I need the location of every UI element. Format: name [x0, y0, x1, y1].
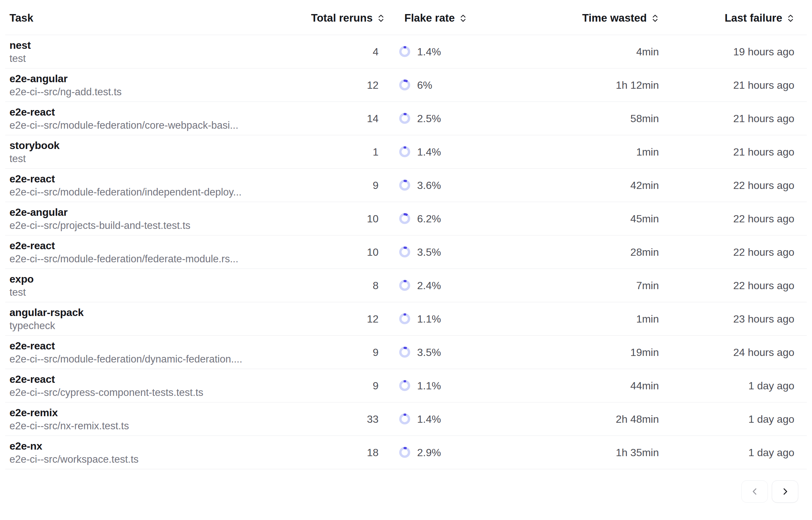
table-row[interactable]: expo test 8 2.4% 7min 22 hours ago [5, 269, 807, 302]
flake-rate-cell: 2.5% [399, 112, 441, 125]
column-header-total-reruns[interactable]: Total reruns [311, 12, 385, 24]
flake-rate-donut-icon [399, 113, 410, 124]
total-reruns-value: 9 [373, 179, 379, 191]
sort-icon [459, 14, 467, 23]
last-failure-value: 22 hours ago [733, 179, 794, 191]
table-row[interactable]: e2e-react e2e-ci--src/module-federation/… [5, 235, 807, 269]
task-target: e2e-ci--src/workspace.test.ts [9, 453, 139, 466]
next-page-button[interactable] [772, 480, 798, 503]
previous-page-button[interactable] [741, 480, 768, 503]
table-row[interactable]: e2e-remix e2e-ci--src/nx-remix.test.ts 3… [5, 402, 807, 436]
time-wasted-value: 1min [636, 313, 659, 325]
task-target: test [9, 52, 31, 65]
task-target: e2e-ci--src/cypress-component-tests.test… [9, 386, 203, 399]
table-row[interactable]: e2e-react e2e-ci--src/module-federation/… [5, 336, 807, 369]
task-target: e2e-ci--src/module-federation/federate-m… [9, 253, 239, 265]
flake-rate-cell: 1.1% [399, 313, 441, 325]
task-name: e2e-angular [9, 205, 190, 219]
last-failure-value: 22 hours ago [733, 246, 794, 258]
column-header-task: Task [9, 12, 33, 24]
total-reruns-value: 1 [373, 146, 379, 158]
task-cell: e2e-react e2e-ci--src/module-federation/… [9, 172, 242, 199]
last-failure-value: 21 hours ago [733, 146, 794, 158]
flake-rate-cell: 2.9% [399, 446, 441, 459]
last-failure-value: 22 hours ago [733, 212, 794, 225]
table-row[interactable]: e2e-angular e2e-ci--src/projects-build-a… [5, 202, 807, 235]
task-cell: e2e-remix e2e-ci--src/nx-remix.test.ts [9, 406, 129, 433]
flake-rate-cell: 2.4% [399, 279, 441, 291]
time-wasted-value: 44min [631, 380, 659, 392]
last-failure-value: 22 hours ago [733, 279, 794, 291]
total-reruns-value: 18 [367, 446, 379, 459]
flake-rate-cell: 6% [399, 79, 432, 91]
task-target: typecheck [9, 319, 84, 332]
total-reruns-value: 33 [367, 413, 379, 425]
flake-rate-cell: 1.1% [399, 380, 441, 392]
column-header-last-failure[interactable]: Last failure [725, 12, 794, 24]
flake-rate-cell: 6.2% [399, 212, 441, 225]
task-cell: e2e-react e2e-ci--src/module-federation/… [9, 339, 243, 366]
column-header-flake-rate[interactable]: Flake rate [404, 12, 467, 24]
table-row[interactable]: storybook test 1 1.4% 1min 21 hours ago [5, 135, 807, 168]
flake-rate-value: 2.9% [417, 446, 441, 459]
task-name: expo [9, 272, 34, 286]
flake-rate-value: 1.4% [417, 146, 441, 158]
last-failure-value: 1 day ago [748, 446, 794, 459]
flake-rate-donut-icon [399, 414, 410, 425]
total-reruns-value: 10 [367, 246, 379, 258]
time-wasted-value: 28min [631, 246, 659, 258]
chevron-left-icon [750, 487, 759, 496]
time-wasted-value: 19min [631, 346, 659, 358]
table-row[interactable]: angular-rspack typecheck 12 1.1% 1min 23… [5, 302, 807, 336]
column-label: Flake rate [404, 12, 455, 24]
column-label: Last failure [725, 12, 782, 24]
table-row[interactable]: e2e-nx e2e-ci--src/workspace.test.ts 18 … [5, 436, 807, 469]
time-wasted-value: 1h 35min [616, 446, 659, 459]
task-cell: expo test [9, 272, 34, 299]
total-reruns-value: 4 [373, 46, 379, 58]
flake-rate-donut-icon [399, 313, 410, 324]
task-cell: storybook test [9, 138, 60, 165]
flake-rate-value: 1.4% [417, 46, 441, 58]
flake-rate-cell: 1.4% [399, 46, 441, 58]
task-target: test [9, 286, 34, 299]
table-row[interactable]: e2e-react e2e-ci--src/module-federation/… [5, 102, 807, 135]
task-cell: nest test [9, 38, 31, 65]
table-row[interactable]: e2e-angular e2e-ci--src/ng-add.test.ts 1… [5, 69, 807, 102]
time-wasted-value: 1h 12min [616, 79, 659, 91]
table-row[interactable]: e2e-react e2e-ci--src/module-federation/… [5, 168, 807, 202]
task-name: e2e-react [9, 339, 243, 353]
flake-rate-cell: 1.4% [399, 146, 441, 158]
total-reruns-value: 12 [367, 79, 379, 91]
last-failure-value: 21 hours ago [733, 112, 794, 125]
total-reruns-value: 10 [367, 212, 379, 225]
column-header-time-wasted[interactable]: Time wasted [582, 12, 659, 24]
table-row[interactable]: nest test 4 1.4% 4min 19 hours ago [5, 35, 807, 69]
flake-rate-donut-icon [399, 380, 410, 391]
total-reruns-value: 9 [373, 346, 379, 358]
column-label: Total reruns [311, 12, 373, 24]
task-target: e2e-ci--src/nx-remix.test.ts [9, 419, 129, 433]
flake-rate-cell: 3.5% [399, 246, 441, 258]
flake-rate-value: 2.5% [417, 112, 441, 125]
table-row[interactable]: e2e-react e2e-ci--src/cypress-component-… [5, 369, 807, 402]
sort-icon [377, 14, 385, 23]
flaky-tasks-table: Task Total reruns Flake rate Time wasted… [5, 0, 807, 469]
flake-rate-value: 1.1% [417, 313, 441, 325]
flake-rate-value: 6% [417, 79, 432, 91]
flake-rate-cell: 3.5% [399, 346, 441, 358]
task-target: e2e-ci--src/module-federation/independen… [9, 186, 242, 199]
task-name: e2e-react [9, 239, 239, 253]
task-target: e2e-ci--src/ng-add.test.ts [9, 85, 122, 99]
last-failure-value: 21 hours ago [733, 79, 794, 91]
table-header: Task Total reruns Flake rate Time wasted… [5, 0, 807, 35]
flake-rate-donut-icon [399, 146, 410, 157]
task-name: e2e-react [9, 372, 203, 386]
task-name: e2e-react [9, 172, 242, 186]
last-failure-value: 1 day ago [748, 380, 794, 392]
task-name: storybook [9, 138, 60, 152]
pagination [741, 480, 798, 503]
time-wasted-value: 7min [636, 279, 659, 291]
task-name: e2e-nx [9, 439, 139, 453]
sort-icon [787, 14, 794, 23]
